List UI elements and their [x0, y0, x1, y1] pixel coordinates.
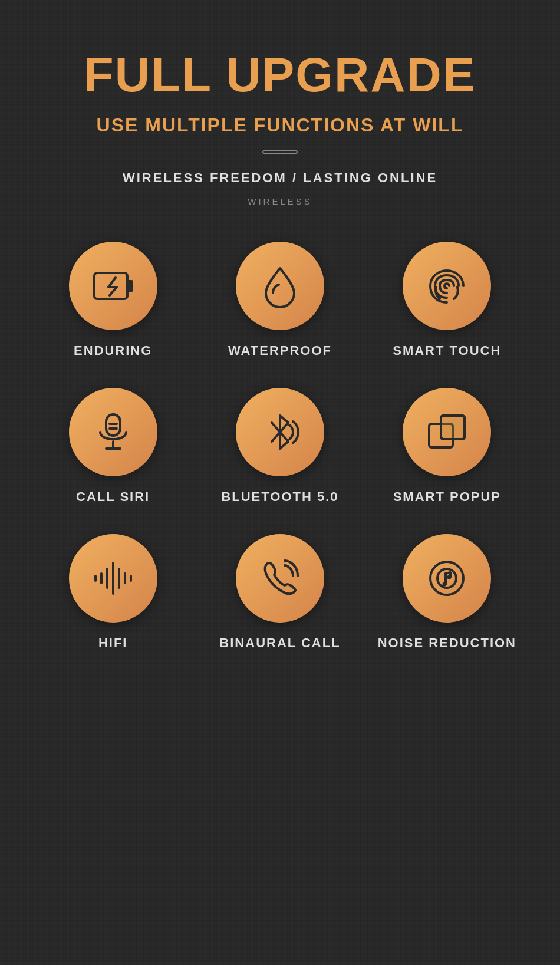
- popup-icon: [423, 409, 470, 456]
- feature-noise-reduction: NOISE REDUCTION: [373, 534, 522, 651]
- enduring-label: ENDURING: [74, 343, 152, 358]
- divider: [262, 150, 298, 154]
- smart-touch-icon-circle: [403, 242, 491, 330]
- noise-reduction-icon-circle: [403, 534, 491, 623]
- battery-icon: [90, 262, 137, 309]
- enduring-icon-circle: [69, 242, 157, 330]
- soundwave-icon: [90, 555, 137, 602]
- hifi-icon-circle: [69, 534, 157, 623]
- binaural-call-icon-circle: [236, 534, 324, 623]
- smart-popup-icon-circle: [403, 388, 491, 476]
- svg-point-19: [443, 582, 447, 587]
- call-siri-label: CALL SIRI: [76, 489, 150, 505]
- phone-icon: [256, 555, 304, 602]
- noise-reduction-label: NOISE REDUCTION: [378, 635, 516, 651]
- music-icon: [423, 555, 470, 602]
- bluetooth-icon-circle: [236, 388, 324, 476]
- features-grid: ENDURING WATERPROOF SMART: [38, 242, 522, 651]
- bluetooth-icon: [256, 409, 304, 456]
- main-title: FULL UPGRADE: [84, 47, 476, 103]
- wireless-label: WIRELESS: [248, 196, 312, 206]
- droplet-icon: [256, 262, 304, 309]
- waterproof-icon-circle: [236, 242, 324, 330]
- feature-smart-popup: SMART POPUP: [373, 388, 522, 505]
- hifi-label: HIFI: [98, 635, 128, 651]
- feature-hifi: HIFI: [38, 534, 187, 651]
- tagline: WIRELESS FREEDOM / LASTING ONLINE: [123, 170, 437, 186]
- svg-rect-8: [441, 416, 465, 439]
- feature-waterproof: WATERPROOF: [205, 242, 354, 358]
- svg-rect-1: [127, 280, 133, 292]
- feature-smart-touch: SMART TOUCH: [373, 242, 522, 358]
- svg-point-20: [447, 575, 452, 579]
- smart-touch-label: SMART TOUCH: [393, 343, 501, 358]
- bluetooth-label: BLUETOOTH 5.0: [221, 489, 338, 505]
- feature-binaural-call: BINAURAL CALL: [205, 534, 354, 651]
- fingerprint-icon: [423, 262, 470, 309]
- microphone-icon: [90, 409, 137, 456]
- feature-call-siri: CALL SIRI: [38, 388, 187, 505]
- feature-bluetooth: BLUETOOTH 5.0: [205, 388, 354, 505]
- sub-title: USE MULTIPLE FUNCTIONS AT WILL: [97, 114, 464, 136]
- waterproof-label: WATERPROOF: [228, 343, 332, 358]
- feature-enduring: ENDURING: [38, 242, 187, 358]
- smart-popup-label: SMART POPUP: [393, 489, 501, 505]
- binaural-call-label: BINAURAL CALL: [219, 635, 340, 651]
- call-siri-icon-circle: [69, 388, 157, 476]
